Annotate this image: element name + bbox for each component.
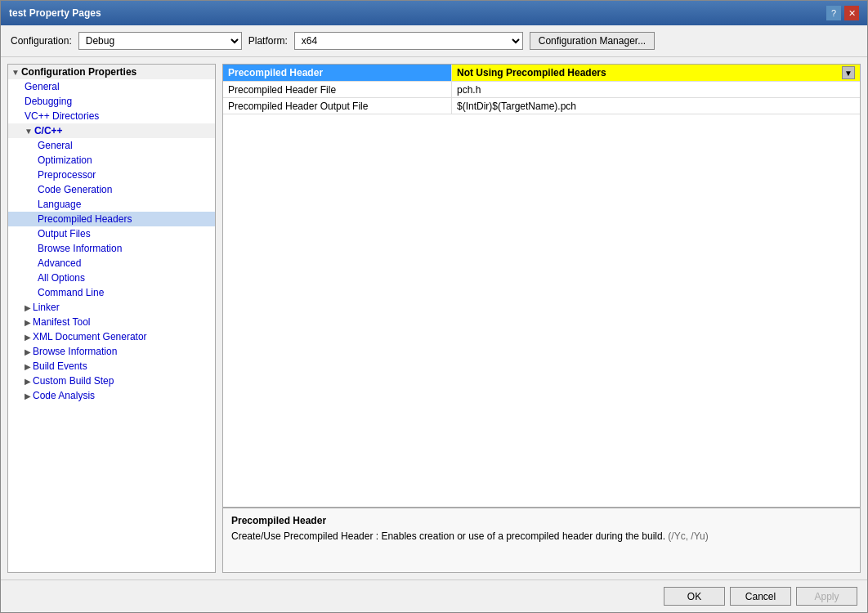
tree-item-debugging[interactable]: Debugging [8, 94, 215, 109]
tree-item-c-cpp[interactable]: ▼ C/C++ [8, 123, 215, 138]
configuration-select[interactable]: Debug [78, 32, 242, 50]
tree-item-label-cpp-language: Language [38, 199, 81, 210]
tree-item-label-cpp-all-options: All Options [38, 272, 85, 284]
cancel-button[interactable]: Cancel [730, 587, 791, 606]
tree-item-linker[interactable]: ▶ Linker [8, 300, 215, 315]
tree-item-label-cpp-general: General [38, 140, 73, 151]
prop-name-precompiled-header: Precompiled Header [223, 65, 452, 81]
description-text: Create/Use Precompiled Header : Enables … [231, 530, 852, 544]
prop-name-precompiled-header-file: Precompiled Header File [223, 82, 452, 97]
tree-item-label-cpp-browse-info: Browse Information [38, 243, 122, 254]
tree-item-cpp-preprocessor[interactable]: Preprocessor [8, 168, 215, 182]
prop-name-text-precompiled-header-output: Precompiled Header Output File [228, 101, 368, 112]
prop-value-text-precompiled-header: Not Using Precompiled Headers [457, 67, 606, 78]
tree-item-config-props[interactable]: ▼ Configuration Properties [8, 65, 215, 79]
prop-row-precompiled-header-output: Precompiled Header Output File $(IntDir)… [223, 98, 860, 114]
tree-item-label-c-cpp: C/C++ [34, 125, 63, 136]
tree-item-label-cpp-advanced: Advanced [38, 257, 81, 269]
prop-value-text-precompiled-header-output: $(IntDir)$(TargetName).pch [457, 101, 576, 112]
tree-item-label-code-analysis: Code Analysis [33, 390, 95, 401]
dropdown-arrow-precompiled-header[interactable]: ▼ [842, 66, 855, 79]
expand-arrow-xml-doc-generator: ▶ [25, 333, 31, 342]
tree-item-label-build-events: Build Events [33, 360, 87, 372]
tree-item-label-cpp-output-files: Output Files [38, 228, 91, 239]
bottom-buttons: OK Cancel Apply [1, 579, 867, 612]
configuration-label: Configuration: [11, 35, 72, 47]
prop-value-precompiled-header-output[interactable]: $(IntDir)$(TargetName).pch [452, 98, 860, 114]
prop-name-precompiled-header-output: Precompiled Header Output File [223, 98, 452, 114]
prop-row-precompiled-header: Precompiled Header Not Using Precompiled… [223, 65, 860, 82]
tree-item-cpp-general[interactable]: General [8, 138, 215, 153]
tree-item-label-cpp-preprocessor: Preprocessor [38, 169, 96, 181]
tree-item-cpp-all-options[interactable]: All Options [8, 271, 215, 285]
tree-item-label-linker: Linker [33, 302, 60, 313]
close-button[interactable]: ✕ [844, 6, 859, 20]
prop-value-precompiled-header-file[interactable]: pch.h [452, 82, 860, 97]
tree-item-label-cpp-code-generation: Code Generation [38, 184, 112, 195]
description-panel: Precompiled Header Create/Use Precompile… [223, 507, 860, 572]
apply-button[interactable]: Apply [796, 587, 857, 606]
description-text-before: Create/Use Precompiled Header : Enables … [231, 530, 665, 542]
tree-item-cpp-precompiled[interactable]: Precompiled Headers [8, 212, 215, 226]
expand-arrow-custom-build-step: ▶ [25, 377, 31, 386]
expand-arrow-build-events: ▶ [25, 362, 31, 371]
title-bar: test Property Pages ? ✕ [1, 1, 867, 25]
tree-panel: ▼ Configuration Properties General Debug… [7, 64, 216, 573]
tree-item-xml-doc-generator[interactable]: ▶ XML Document Generator [8, 329, 215, 344]
config-manager-button[interactable]: Configuration Manager... [530, 32, 655, 50]
platform-label: Platform: [248, 35, 288, 47]
tree-item-label-cpp-precompiled: Precompiled Headers [38, 213, 132, 225]
title-bar-buttons: ? ✕ [826, 6, 859, 20]
toolbar: Configuration: Debug Platform: x64 Confi… [1, 25, 867, 57]
prop-value-text-precompiled-header-file: pch.h [457, 84, 481, 96]
prop-name-text-precompiled-header-file: Precompiled Header File [228, 84, 336, 96]
tree-item-browse-information[interactable]: ▶ Browse Information [8, 344, 215, 359]
tree-item-general[interactable]: General [8, 79, 215, 94]
expand-arrow-code-analysis: ▶ [25, 392, 31, 400]
tree-item-vc-directories[interactable]: VC++ Directories [8, 109, 215, 123]
tree-item-cpp-browse-info[interactable]: Browse Information [8, 241, 215, 256]
dialog: test Property Pages ? ✕ Configuration: D… [0, 0, 868, 613]
prop-name-text-precompiled-header: Precompiled Header [228, 67, 323, 78]
properties-grid: Precompiled Header Not Using Precompiled… [223, 65, 860, 507]
platform-select[interactable]: x64 [294, 32, 523, 50]
tree-item-label-cpp-command-line: Command Line [38, 287, 104, 298]
expand-arrow-manifest-tool: ▶ [25, 318, 31, 327]
description-text-after: (/Yc, /Yu) [668, 530, 708, 542]
tree-item-label-xml-doc-generator: XML Document Generator [33, 331, 147, 342]
tree-item-label-config-props: Configuration Properties [21, 66, 136, 78]
tree-item-label-debugging: Debugging [25, 96, 72, 107]
expand-arrow-config-props: ▼ [11, 68, 20, 77]
tree-item-label-general: General [25, 81, 60, 92]
tree-item-cpp-output-files[interactable]: Output Files [8, 226, 215, 241]
expand-arrow-linker: ▶ [25, 303, 31, 312]
tree-item-label-custom-build-step: Custom Build Step [33, 375, 114, 387]
tree-item-cpp-command-line[interactable]: Command Line [8, 285, 215, 300]
tree-item-cpp-language[interactable]: Language [8, 197, 215, 212]
expand-arrow-browse-information: ▶ [25, 347, 31, 356]
tree-item-manifest-tool[interactable]: ▶ Manifest Tool [8, 315, 215, 329]
tree-item-label-cpp-optimization: Optimization [38, 154, 92, 166]
tree-item-cpp-advanced[interactable]: Advanced [8, 256, 215, 271]
main-content: ▼ Configuration Properties General Debug… [1, 57, 867, 579]
tree-item-code-analysis[interactable]: ▶ Code Analysis [8, 388, 215, 403]
tree-item-label-vc-directories: VC++ Directories [25, 110, 99, 122]
prop-value-precompiled-header[interactable]: Not Using Precompiled Headers ▼ [452, 65, 860, 81]
prop-row-precompiled-header-file: Precompiled Header File pch.h [223, 82, 860, 98]
dialog-title: test Property Pages [9, 7, 101, 19]
tree-item-build-events[interactable]: ▶ Build Events [8, 359, 215, 374]
tree-item-label-browse-information: Browse Information [33, 346, 117, 357]
tree-item-custom-build-step[interactable]: ▶ Custom Build Step [8, 374, 215, 388]
ok-button[interactable]: OK [664, 587, 725, 606]
tree-item-label-manifest-tool: Manifest Tool [33, 316, 90, 328]
expand-arrow-c-cpp: ▼ [25, 127, 33, 136]
tree-item-cpp-optimization[interactable]: Optimization [8, 153, 215, 168]
description-title: Precompiled Header [231, 515, 852, 526]
properties-panel: Precompiled Header Not Using Precompiled… [222, 64, 861, 573]
help-button[interactable]: ? [826, 6, 841, 20]
tree-item-cpp-code-generation[interactable]: Code Generation [8, 182, 215, 197]
